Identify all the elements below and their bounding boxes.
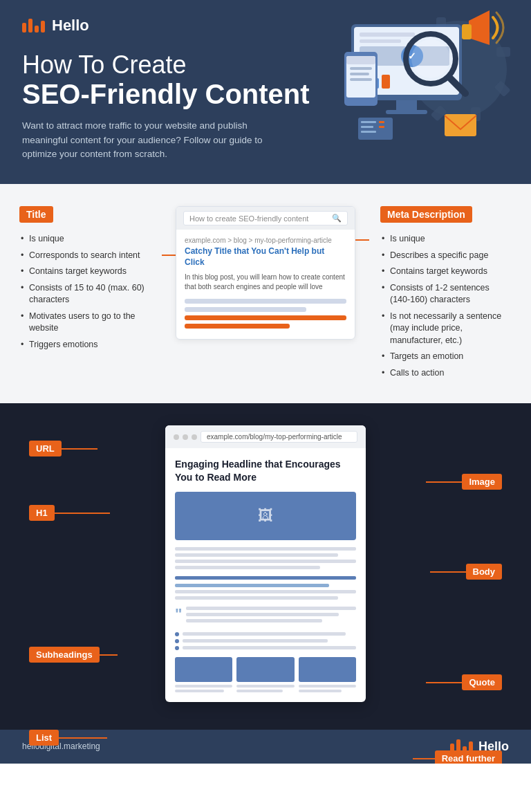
header-illustration: ✓ — [310, 3, 524, 163]
svg-rect-31 — [462, 24, 472, 39]
meta-bullet-list: Is unique Describes a specific page Cont… — [380, 231, 512, 381]
right-labels: Image Body Quote Read further — [363, 425, 512, 701]
svg-rect-37 — [379, 121, 384, 123]
browser-mockup: How to create SEO-friendly content 🔍 exa… — [176, 206, 355, 339]
meta-bullet-3: Contains target keywords — [380, 264, 512, 280]
browser-bar-orange-short — [185, 324, 290, 329]
quote-lines — [186, 607, 356, 625]
url-label-group: URL — [29, 441, 97, 456]
list-dot-2 — [175, 639, 179, 643]
card-lines-1 — [175, 685, 232, 692]
bottom-section: URL H1 Subheadings List — [0, 403, 531, 729]
browser-breadcrumb: example.com > blog > my-top-performing-a… — [185, 237, 346, 244]
page-card-2 — [236, 657, 294, 692]
list-dot-1 — [175, 632, 179, 636]
subheading-body-2 — [175, 596, 338, 600]
card-line-2b — [236, 690, 283, 692]
body-line-3 — [175, 560, 356, 563]
browser-top-bar: How to create SEO-friendly content 🔍 — [176, 207, 355, 230]
card-lines-3 — [299, 685, 356, 692]
svg-rect-36 — [361, 131, 376, 133]
browser-body-text: In this blog post, you will learn how to… — [185, 273, 346, 292]
image-placeholder-icon: 🖼 — [258, 507, 273, 525]
body-label: Body — [466, 564, 503, 580]
card-line-1a — [175, 685, 232, 688]
browser-bar-full — [185, 299, 346, 304]
page-mockup-container: URL H1 Subheadings List — [19, 425, 512, 701]
card-line-3a — [299, 685, 356, 688]
svg-point-28 — [411, 39, 450, 78]
browser-bar-short — [185, 307, 306, 312]
url-label: URL — [29, 441, 62, 456]
svg-rect-35 — [361, 126, 373, 128]
page-card-3 — [299, 657, 356, 692]
header-description: Want to attract more traffic to your web… — [22, 119, 271, 163]
subheadings-label: Subheadings — [29, 647, 100, 663]
middle-section: Title Is unique Corresponds to search in… — [0, 184, 531, 403]
logo-icon — [22, 19, 45, 33]
search-icon: 🔍 — [332, 214, 342, 223]
subheading-block — [175, 576, 356, 600]
meta-bullet-2: Describes a specific page — [380, 248, 512, 264]
h1-connector — [55, 513, 110, 514]
svg-rect-12 — [386, 110, 427, 114]
svg-rect-33 — [358, 118, 393, 140]
header-section: Hello How To Create SEO-Friendly Content… — [0, 0, 531, 184]
logo-bar-2 — [28, 19, 32, 33]
quote-label: Quote — [462, 674, 502, 690]
page-dot-1 — [174, 434, 179, 440]
page-cards — [175, 657, 356, 692]
meta-bullet-5: Is not necessarily a sentence (may inclu… — [380, 308, 512, 349]
browser-content-area: example.com > blog > my-top-performing-a… — [176, 230, 355, 338]
list-connector — [59, 737, 107, 739]
body-connector — [430, 571, 466, 573]
page-mockup: example.com/blog/my-top-performing-artic… — [165, 425, 366, 701]
page-dot-2 — [183, 434, 188, 440]
read-further-label-group: Read further — [413, 750, 502, 763]
header-title-line1: How To Create — [22, 51, 313, 79]
logo-bar-3 — [35, 26, 39, 33]
page-body: Engaging Headline that Encourages You to… — [165, 448, 366, 701]
middle-center: How to create SEO-friendly content 🔍 exa… — [162, 206, 369, 339]
svg-rect-26 — [350, 78, 372, 81]
browser-catchy-title: Catchy Title that You Can't Help but Cli… — [185, 246, 346, 268]
list-label: List — [29, 730, 59, 746]
svg-rect-24 — [350, 67, 372, 70]
card-img-2 — [236, 657, 294, 682]
quote-line-1 — [186, 607, 356, 610]
list-line-1 — [183, 632, 346, 636]
card-lines-2 — [236, 685, 294, 692]
image-label: Image — [462, 474, 502, 490]
meta-label: Meta Description — [380, 206, 472, 223]
page-url-bar: example.com/blog/my-top-performing-artic… — [201, 431, 357, 443]
search-text: How to create SEO-friendly content — [189, 214, 308, 223]
logo-bar-4 — [41, 21, 45, 33]
svg-rect-14 — [360, 39, 401, 43]
svg-rect-32 — [445, 114, 476, 136]
body-line-1 — [175, 547, 356, 551]
browser-search-bar: How to create SEO-friendly content 🔍 — [183, 211, 348, 225]
title-label: Title — [19, 206, 53, 223]
svg-rect-25 — [350, 73, 369, 75]
logo-bar-1 — [22, 23, 26, 33]
browser-bar-orange — [185, 315, 346, 320]
title-section: Title Is unique Corresponds to search in… — [19, 206, 151, 353]
title-bullet-5: Motivates users to go to the website — [19, 308, 151, 337]
svg-rect-11 — [396, 100, 417, 110]
quote-label-group: Quote — [426, 674, 502, 690]
quote-line-2 — [186, 613, 339, 616]
image-label-group: Image — [426, 474, 502, 490]
svg-rect-23 — [346, 56, 375, 64]
card-img-1 — [175, 657, 232, 682]
meta-section: Meta Description Is unique Describes a s… — [380, 206, 512, 381]
list-block — [175, 632, 356, 650]
image-connector — [426, 481, 462, 483]
list-item-3 — [175, 646, 356, 650]
meta-bullet-6: Targets an emotion — [380, 349, 512, 365]
title-bullet-list: Is unique Corresponds to search intent C… — [19, 231, 151, 353]
meta-bullet-7: Calls to action — [380, 365, 512, 382]
quote-connector — [426, 682, 462, 683]
page-dot-3 — [192, 434, 197, 440]
subheading-line-2 — [175, 584, 329, 587]
body-label-group: Body — [430, 564, 503, 580]
